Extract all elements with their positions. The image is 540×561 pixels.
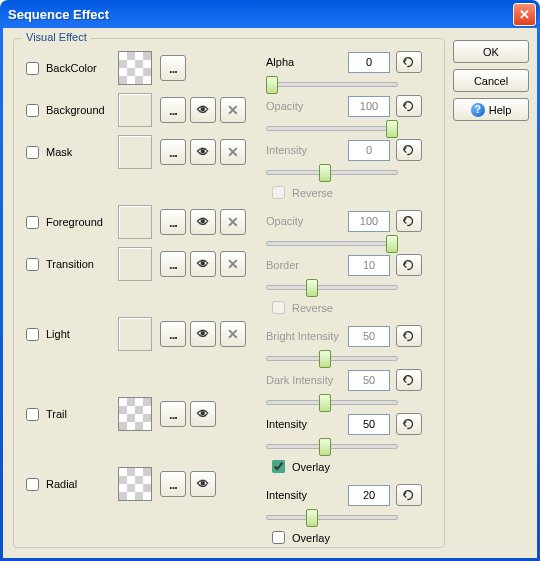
fg-opacity-reset-button[interactable]	[396, 210, 422, 232]
trail-intensity-value[interactable]	[348, 414, 390, 435]
fg-opacity-label: Opacity	[266, 215, 342, 227]
radial-overlay-checkbox[interactable]	[272, 531, 285, 544]
light-preview-button[interactable]	[190, 321, 216, 347]
radial-intensity-reset-button[interactable]	[396, 484, 422, 506]
backcolor-checkbox[interactable]	[26, 62, 39, 75]
fg-opacity-value	[348, 211, 390, 232]
alpha-slider[interactable]	[266, 75, 398, 91]
border-label: Border	[266, 259, 342, 271]
parameter-list: Alpha Opacity	[266, 51, 436, 539]
bright-slider[interactable]	[266, 349, 398, 365]
trail-preview-button[interactable]	[190, 401, 216, 427]
foreground-preview-button[interactable]	[190, 209, 216, 235]
slider-thumb[interactable]	[386, 235, 398, 253]
slider-thumb[interactable]	[319, 350, 331, 368]
foreground-clear-button[interactable]: ✕	[220, 209, 246, 235]
transition-preview-button[interactable]	[190, 251, 216, 277]
trail-intensity-reset-button[interactable]	[396, 413, 422, 435]
mask-swatch[interactable]	[118, 135, 152, 169]
background-checkbox[interactable]	[26, 104, 39, 117]
background-clear-button[interactable]: ✕	[220, 97, 246, 123]
dark-reset-button[interactable]	[396, 369, 422, 391]
close-button[interactable]: ✕	[513, 3, 536, 26]
fg-opacity-slider[interactable]	[266, 234, 398, 250]
border-reset-button[interactable]	[396, 254, 422, 276]
mask-intensity-slider[interactable]	[266, 163, 398, 179]
slider-thumb[interactable]	[319, 438, 331, 456]
slider-thumb[interactable]	[319, 394, 331, 412]
slider-thumb[interactable]	[386, 120, 398, 138]
mask-clear-button[interactable]: ✕	[220, 139, 246, 165]
mask-intensity-label: Intensity	[266, 144, 342, 156]
light-clear-button[interactable]: ✕	[220, 321, 246, 347]
trail-overlay-row: Overlay	[268, 457, 436, 476]
background-browse-button[interactable]: ...	[160, 97, 186, 123]
radial-browse-button[interactable]: ...	[160, 471, 186, 497]
mask-preview-button[interactable]	[190, 139, 216, 165]
radial-checkbox[interactable]	[26, 478, 39, 491]
transition-browse-button[interactable]: ...	[160, 251, 186, 277]
radial-preview-button[interactable]	[190, 471, 216, 497]
dark-slider[interactable]	[266, 393, 398, 409]
bg-opacity-reset-button[interactable]	[396, 95, 422, 117]
alpha-value[interactable]	[348, 52, 390, 73]
ok-button[interactable]: OK	[453, 40, 529, 63]
transition-clear-button[interactable]: ✕	[220, 251, 246, 277]
bright-label: Bright Intensity	[266, 330, 342, 342]
help-button[interactable]: ? Help	[453, 98, 529, 121]
trail-intensity-slider[interactable]	[266, 437, 398, 453]
mask-reverse-checkbox	[272, 186, 285, 199]
background-preview-button[interactable]	[190, 97, 216, 123]
light-browse-button[interactable]: ...	[160, 321, 186, 347]
slider-thumb[interactable]	[319, 164, 331, 182]
mask-browse-button[interactable]: ...	[160, 139, 186, 165]
foreground-checkbox[interactable]	[26, 216, 39, 229]
border-slider[interactable]	[266, 278, 398, 294]
backcolor-swatch[interactable]	[118, 51, 152, 85]
transition-reverse-label: Reverse	[292, 302, 333, 314]
background-label: Background	[46, 104, 105, 116]
mask-reverse-label: Reverse	[292, 187, 333, 199]
trail-intensity-label: Intensity	[266, 418, 342, 430]
fg-opacity-row: Opacity	[266, 210, 436, 232]
radial-intensity-row: Intensity	[266, 484, 436, 506]
background-swatch[interactable]	[118, 93, 152, 127]
mask-label: Mask	[46, 146, 72, 158]
radial-overlay-row: Overlay	[268, 528, 436, 547]
radial-intensity-value[interactable]	[348, 485, 390, 506]
trail-browse-button[interactable]: ...	[160, 401, 186, 427]
bright-reset-button[interactable]	[396, 325, 422, 347]
trail-intensity-row: Intensity	[266, 413, 436, 435]
alpha-reset-button[interactable]	[396, 51, 422, 73]
bright-value	[348, 326, 390, 347]
mask-intensity-reset-button[interactable]	[396, 139, 422, 161]
backcolor-browse-button[interactable]: ...	[160, 55, 186, 81]
mask-checkbox[interactable]	[26, 146, 39, 159]
transition-checkbox[interactable]	[26, 258, 39, 271]
window-title: Sequence Effect	[8, 7, 513, 22]
radial-label: Radial	[46, 478, 77, 490]
radial-intensity-label: Intensity	[266, 489, 342, 501]
bg-opacity-row: Opacity	[266, 95, 436, 117]
foreground-swatch[interactable]	[118, 205, 152, 239]
row-mask: Mask ... ✕	[22, 135, 258, 169]
trail-checkbox[interactable]	[26, 408, 39, 421]
trail-overlay-checkbox[interactable]	[272, 460, 285, 473]
transition-swatch[interactable]	[118, 247, 152, 281]
radial-intensity-slider[interactable]	[266, 508, 398, 524]
light-swatch[interactable]	[118, 317, 152, 351]
row-radial: Radial ...	[22, 467, 258, 501]
dark-value	[348, 370, 390, 391]
radial-overlay-label: Overlay	[292, 532, 330, 544]
radial-swatch[interactable]	[118, 467, 152, 501]
light-checkbox[interactable]	[26, 328, 39, 341]
trail-swatch[interactable]	[118, 397, 152, 431]
bg-opacity-slider[interactable]	[266, 119, 398, 135]
foreground-browse-button[interactable]: ...	[160, 209, 186, 235]
cancel-button[interactable]: Cancel	[453, 69, 529, 92]
transition-label: Transition	[46, 258, 94, 270]
undo-icon	[402, 330, 416, 342]
slider-thumb[interactable]	[266, 76, 278, 94]
slider-thumb[interactable]	[306, 279, 318, 297]
slider-thumb[interactable]	[306, 509, 318, 527]
